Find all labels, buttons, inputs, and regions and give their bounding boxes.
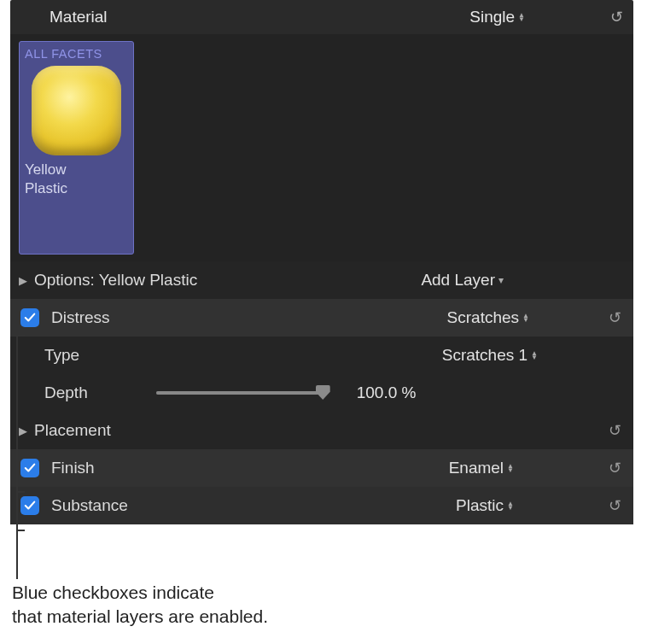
material-mode-value: Single xyxy=(469,8,515,26)
add-layer-select[interactable]: Add Layer ▾ xyxy=(421,271,504,290)
material-header: Material Single ▲▼ ↺ xyxy=(10,0,633,34)
finish-select[interactable]: Enamel ▲▼ xyxy=(449,459,514,477)
finish-checkbox[interactable] xyxy=(20,459,39,477)
type-value: Scratches 1 xyxy=(442,346,528,365)
distress-checkbox[interactable] xyxy=(20,308,39,327)
material-name: Yellow Plastic xyxy=(25,161,128,198)
distress-select[interactable]: Scratches ▲▼ xyxy=(447,308,529,327)
updown-icon: ▲▼ xyxy=(518,13,525,21)
reset-icon[interactable]: ↺ xyxy=(609,308,621,327)
reset-icon[interactable]: ↺ xyxy=(609,459,621,477)
depth-row: Depth 100.0 % xyxy=(10,374,633,412)
material-inspector-panel: Material Single ▲▼ ↺ ALL FACETS Yellow P… xyxy=(10,0,633,524)
check-icon xyxy=(24,312,36,324)
material-preview-card[interactable]: ALL FACETS Yellow Plastic xyxy=(19,41,134,255)
depth-label: Depth xyxy=(19,383,88,402)
callout-tick xyxy=(16,335,25,337)
reset-icon[interactable]: ↺ xyxy=(609,496,621,515)
updown-icon: ▲▼ xyxy=(507,464,514,472)
type-label: Type xyxy=(19,346,79,365)
slider-track[interactable] xyxy=(156,391,323,395)
substance-value: Plastic xyxy=(456,496,504,515)
chevron-down-icon: ▾ xyxy=(498,274,504,286)
material-swatch-icon xyxy=(32,66,121,155)
depth-slider[interactable]: 100.0 % xyxy=(88,383,623,402)
updown-icon: ▲▼ xyxy=(507,501,514,510)
reset-icon[interactable]: ↺ xyxy=(610,8,623,26)
type-select[interactable]: Scratches 1 ▲▼ xyxy=(442,346,538,365)
placement-row: ▶ Placement ↺ xyxy=(10,412,633,449)
callout-tick xyxy=(16,491,25,493)
material-mode-select[interactable]: Single ▲▼ xyxy=(469,8,610,26)
distress-row: Distress Scratches ▲▼ ↺ xyxy=(10,299,633,337)
substance-checkbox[interactable] xyxy=(20,496,39,515)
distress-label: Distress xyxy=(51,308,110,327)
options-row: ▶ Options: Yellow Plastic Add Layer ▾ xyxy=(10,261,633,299)
callout-tick xyxy=(16,530,25,531)
options-label: Options: Yellow Plastic xyxy=(34,271,197,290)
disclosure-triangle-icon[interactable]: ▶ xyxy=(19,424,34,437)
check-icon xyxy=(24,462,36,474)
substance-select[interactable]: Plastic ▲▼ xyxy=(456,496,514,515)
slider-fill xyxy=(156,391,323,395)
distress-value: Scratches xyxy=(447,308,519,327)
substance-label: Substance xyxy=(51,496,128,515)
finish-value: Enamel xyxy=(449,459,504,477)
depth-value[interactable]: 100.0 % xyxy=(357,383,417,402)
material-preview-area: ALL FACETS Yellow Plastic xyxy=(10,34,633,261)
updown-icon: ▲▼ xyxy=(522,313,529,322)
disclosure-triangle-icon[interactable]: ▶ xyxy=(19,274,34,287)
add-layer-label: Add Layer xyxy=(421,271,495,290)
updown-icon: ▲▼ xyxy=(531,351,538,360)
placement-label: Placement xyxy=(34,421,111,440)
substance-row: Substance Plastic ▲▼ ↺ xyxy=(10,487,633,524)
type-row: Type Scratches 1 ▲▼ xyxy=(10,337,633,374)
reset-icon[interactable]: ↺ xyxy=(609,421,621,440)
section-title: Material xyxy=(20,8,469,26)
finish-label: Finish xyxy=(51,459,95,477)
callout-line xyxy=(16,335,18,579)
facet-label: ALL FACETS xyxy=(25,47,128,61)
finish-row: Finish Enamel ▲▼ ↺ xyxy=(10,449,633,487)
slider-thumb-icon[interactable] xyxy=(316,385,330,400)
check-icon xyxy=(24,500,36,512)
annotation-caption: Blue checkboxes indicate that material l… xyxy=(12,581,268,629)
